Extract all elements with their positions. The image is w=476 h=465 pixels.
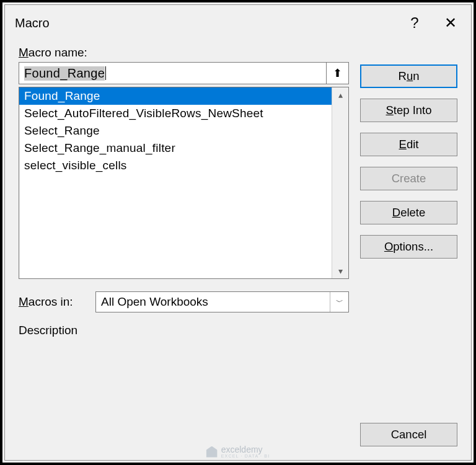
macro-name-input[interactable]: Found_Range (19, 62, 327, 84)
watermark-name: exceldemy (221, 445, 270, 454)
delete-button[interactable]: Delete (360, 201, 457, 224)
collapse-dialog-button[interactable]: ⬆ (327, 62, 349, 84)
close-button[interactable]: ✕ (439, 12, 462, 33)
edit-button[interactable]: Edit (360, 133, 457, 156)
watermark: exceldemy EXCEL · DATA · BI (206, 445, 270, 458)
left-column: Macro name: Found_Range ⬆ Found_Range (19, 46, 349, 337)
scroll-up-icon[interactable]: ▴ (338, 90, 343, 100)
macros-in-label: Macros in: (19, 295, 84, 309)
macro-name-input-row: Found_Range ⬆ (19, 62, 349, 84)
list-item[interactable]: Found_Range (19, 87, 332, 105)
dropdown-value: All Open Workbooks (101, 295, 330, 309)
macro-dialog: Macro ? ✕ Macro name: Found_Range (4, 4, 472, 461)
cancel-button[interactable]: Cancel (360, 423, 457, 446)
titlebar: Macro ? ✕ (5, 5, 471, 42)
options-button[interactable]: Options... (360, 235, 457, 259)
text-caret (105, 66, 106, 80)
chevron-down-icon: ﹀ (330, 292, 348, 312)
listbox-scrollbar[interactable]: ▴ ▾ (332, 87, 348, 278)
help-button[interactable]: ? (403, 12, 426, 33)
scroll-down-icon[interactable]: ▾ (338, 266, 343, 276)
collapse-icon: ⬆ (333, 66, 342, 80)
run-button[interactable]: Run (360, 64, 457, 88)
main-content-row: Macro name: Found_Range ⬆ Found_Range (19, 46, 457, 337)
list-item[interactable]: Select_AutoFiltered_VisibleRows_NewSheet (19, 105, 332, 122)
create-button: Create (360, 167, 457, 190)
macro-list[interactable]: Found_Range Select_AutoFiltered_VisibleR… (19, 87, 332, 278)
watermark-sub: EXCEL · DATA · BI (221, 454, 270, 458)
macro-name-label: Macro name: (19, 46, 349, 60)
dialog-body: Macro name: Found_Range ⬆ Found_Range (5, 42, 471, 460)
list-item[interactable]: Select_Range_manual_filter (19, 140, 332, 157)
macros-in-dropdown[interactable]: All Open Workbooks ﹀ (95, 291, 349, 312)
watermark-icon (206, 446, 218, 458)
dialog-title: Macro (15, 16, 390, 30)
list-item[interactable]: select_visible_cells (19, 157, 332, 174)
list-item[interactable]: Select_Range (19, 122, 332, 140)
description-label: Description (19, 324, 349, 337)
cancel-row: Cancel (360, 423, 457, 446)
step-into-button[interactable]: Step Into (360, 99, 457, 122)
macros-in-row: Macros in: All Open Workbooks ﹀ (19, 291, 349, 312)
macro-listbox: Found_Range Select_AutoFiltered_VisibleR… (19, 87, 349, 279)
outer-frame: Macro ? ✕ Macro name: Found_Range (0, 0, 476, 465)
action-buttons-column: Run Step Into Edit Create Delete (360, 46, 457, 337)
